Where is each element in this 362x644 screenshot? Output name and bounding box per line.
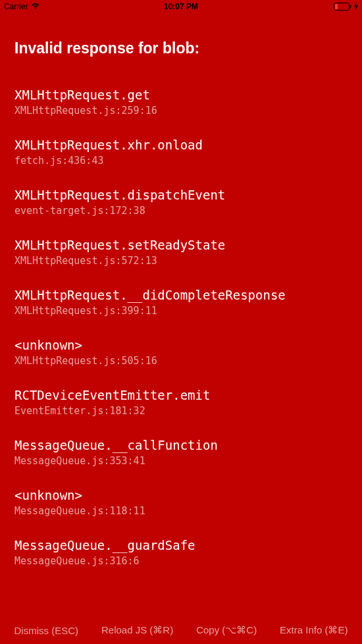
- stack-frame-func: <unknown>: [14, 488, 348, 502]
- error-content: Invalid response for blob: XMLHttpReques…: [0, 13, 362, 567]
- charging-icon: [354, 3, 358, 11]
- stack-frame[interactable]: RCTDeviceEventEmitter.emit EventEmitter.…: [14, 388, 348, 417]
- stack-frame-loc: MessageQueue.js:353:41: [14, 455, 348, 467]
- extra-info-button[interactable]: Extra Info (⌘E): [280, 624, 348, 636]
- stack-frame[interactable]: XMLHttpRequest.__didCompleteResponse XML…: [14, 288, 348, 317]
- stack-frame[interactable]: XMLHttpRequest.xhr.onload fetch.js:436:4…: [14, 138, 348, 167]
- stack-frame-loc: XMLHttpRequest.js:572:13: [14, 255, 348, 267]
- stack-frame-loc: EventEmitter.js:181:32: [14, 405, 348, 417]
- stack-frame-loc: XMLHttpRequest.js:399:11: [14, 305, 348, 317]
- stack-frame-loc: MessageQueue.js:316:6: [14, 555, 348, 567]
- stack-frame-loc: MessageQueue.js:118:11: [14, 505, 348, 517]
- stack-trace: XMLHttpRequest.get XMLHttpRequest.js:259…: [14, 88, 348, 567]
- stack-frame-func: RCTDeviceEventEmitter.emit: [14, 388, 348, 402]
- dismiss-button[interactable]: Dismiss (ESC): [14, 625, 78, 636]
- reload-button[interactable]: Reload JS (⌘R): [101, 624, 173, 636]
- stack-frame-func: MessageQueue.__callFunction: [14, 438, 348, 452]
- battery-icon: [334, 3, 352, 11]
- stack-frame[interactable]: <unknown> MessageQueue.js:118:11: [14, 488, 348, 517]
- stack-frame-loc: XMLHttpRequest.js:505:16: [14, 355, 348, 367]
- carrier-label: Carrier: [4, 2, 28, 11]
- stack-frame-loc: XMLHttpRequest.js:259:16: [14, 105, 348, 117]
- svg-rect-2: [350, 5, 351, 9]
- bottom-bar: Dismiss (ESC) Reload JS (⌘R) Copy (⌥⌘C) …: [0, 616, 362, 644]
- wifi-icon: [31, 2, 40, 11]
- status-time: 10:07 PM: [164, 2, 198, 11]
- stack-frame-loc: fetch.js:436:43: [14, 155, 348, 167]
- stack-frame-loc: event-target.js:172:38: [14, 205, 348, 217]
- status-bar: Carrier 10:07 PM: [0, 0, 362, 13]
- stack-frame-func: <unknown>: [14, 338, 348, 352]
- stack-frame-func: XMLHttpRequest.__didCompleteResponse: [14, 288, 348, 302]
- copy-button[interactable]: Copy (⌥⌘C): [196, 624, 257, 636]
- stack-frame[interactable]: XMLHttpRequest.dispatchEvent event-targe…: [14, 188, 348, 217]
- stack-frame[interactable]: XMLHttpRequest.get XMLHttpRequest.js:259…: [14, 88, 348, 117]
- stack-frame[interactable]: <unknown> XMLHttpRequest.js:505:16: [14, 338, 348, 367]
- stack-frame[interactable]: MessageQueue.__guardSafe MessageQueue.js…: [14, 538, 348, 567]
- stack-frame-func: XMLHttpRequest.setReadyState: [14, 238, 348, 252]
- svg-rect-1: [335, 4, 338, 9]
- stack-frame[interactable]: XMLHttpRequest.setReadyState XMLHttpRequ…: [14, 238, 348, 267]
- stack-frame[interactable]: MessageQueue.__callFunction MessageQueue…: [14, 438, 348, 467]
- status-left: Carrier: [4, 2, 40, 11]
- error-title: Invalid response for blob:: [14, 40, 348, 57]
- status-right: [334, 3, 358, 11]
- stack-frame-func: MessageQueue.__guardSafe: [14, 538, 348, 552]
- stack-frame-func: XMLHttpRequest.xhr.onload: [14, 138, 348, 152]
- stack-frame-func: XMLHttpRequest.dispatchEvent: [14, 188, 348, 202]
- stack-frame-func: XMLHttpRequest.get: [14, 88, 348, 102]
